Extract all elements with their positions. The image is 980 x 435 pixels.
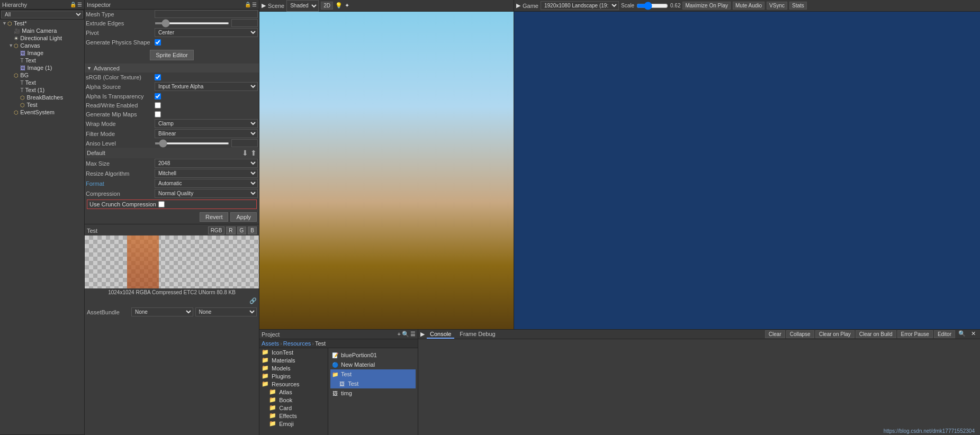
advanced-section-header[interactable]: ▼ Advanced: [85, 64, 259, 72]
sprite-editor-button[interactable]: Sprite Editor: [150, 50, 194, 60]
compression-select[interactable]: Normal Quality: [155, 189, 258, 198]
scene-content[interactable]: [259, 12, 514, 329]
wrap-mode-select[interactable]: Clamp: [155, 119, 258, 128]
asset-bundle-select2[interactable]: None: [195, 307, 257, 316]
tab-console[interactable]: Console: [427, 330, 454, 339]
breadcrumb-resources[interactable]: Resources: [283, 340, 311, 347]
max-size-select[interactable]: 2048: [155, 159, 258, 168]
srgb-checkbox[interactable]: [155, 74, 161, 80]
project-tree-item-card[interactable]: 📁Card: [259, 404, 328, 412]
hierarchy-item-image1[interactable]: 🖼Image (1): [0, 64, 84, 71]
channel-b-btn[interactable]: B: [248, 226, 257, 234]
hierarchy-item-directional-light[interactable]: ☀Directional Light: [0, 34, 84, 42]
project-menu-icon[interactable]: ☰: [410, 331, 416, 338]
hierarchy-item-test-obj[interactable]: ⬡Test: [0, 101, 84, 108]
error-pause-btn[interactable]: Error Pause: [897, 330, 933, 338]
clear-btn[interactable]: Clear: [765, 330, 785, 338]
console-search-icon[interactable]: 🔍: [956, 330, 968, 338]
hierarchy-item-canvas[interactable]: ▼⬡Canvas: [0, 42, 84, 49]
channel-g-btn[interactable]: G: [237, 226, 247, 234]
scene-vfx-icon[interactable]: ✦: [345, 2, 349, 9]
generate-physics-checkbox[interactable]: [155, 39, 161, 46]
project-tree-item-models[interactable]: 📁Models: [259, 364, 328, 372]
breadcrumb-assets[interactable]: Assets: [262, 340, 279, 347]
editor-btn[interactable]: Editor: [934, 330, 955, 338]
mesh-type-value[interactable]: light: [155, 10, 258, 18]
preview-canvas[interactable]: [85, 235, 259, 288]
aniso-level-slider[interactable]: [155, 142, 229, 144]
download-icon[interactable]: ⬇: [242, 149, 248, 157]
inspector-lock-icon[interactable]: 🔒: [245, 2, 251, 7]
aniso-level-label: Aniso Level: [86, 140, 155, 147]
project-tree-item-plugins[interactable]: 📁Plugins: [259, 372, 328, 380]
maximize-on-play-btn[interactable]: Maximize On Play: [682, 2, 731, 10]
stats-btn[interactable]: Stats: [789, 2, 807, 10]
alpha-transparency-checkbox[interactable]: [155, 93, 161, 99]
hierarchy-item-image[interactable]: 🖼Image: [0, 49, 84, 57]
hierarchy-menu-icon[interactable]: ☰: [77, 2, 82, 7]
project-add-icon[interactable]: +: [398, 331, 401, 338]
project-tree-item-resources[interactable]: 📁Resources: [259, 380, 328, 388]
channel-r-btn[interactable]: R: [226, 226, 235, 234]
project-tree-item-book[interactable]: 📁Book: [259, 396, 328, 404]
scene-panel-title: Scene: [268, 3, 284, 9]
asset-item-new-material[interactable]: 🔵New Material: [330, 360, 416, 369]
asset-item-test[interactable]: 📁Test: [330, 369, 416, 379]
hierarchy-item-bg[interactable]: ⬡BG: [0, 71, 84, 79]
hierarchy-filter-select[interactable]: All: [1, 11, 83, 19]
upload-icon[interactable]: ⬆: [250, 149, 257, 157]
preview-link-icon[interactable]: 🔗: [249, 297, 257, 304]
console-content[interactable]: [418, 339, 980, 435]
crunch-checkbox[interactable]: [158, 201, 165, 207]
aniso-level-value[interactable]: 1: [231, 139, 258, 147]
filter-mode-select[interactable]: Bilinear: [155, 129, 258, 138]
channel-rgb-btn[interactable]: RGB: [208, 226, 225, 234]
pivot-select[interactable]: Center: [155, 28, 258, 37]
crunch-compression-box: Use Crunch Compression: [87, 200, 257, 209]
inspector-menu-icon[interactable]: ☰: [252, 2, 257, 7]
preview-info: 1024x1024 RGBA Compressed ETC2 UNorm 80.…: [85, 288, 259, 296]
hierarchy-lock-icon[interactable]: 🔒: [70, 2, 76, 7]
project-tree-item-icontest[interactable]: 📁IconTest: [259, 348, 328, 356]
clear-on-build-btn[interactable]: Clear on Build: [856, 330, 896, 338]
extrude-edges-value[interactable]: 1: [231, 19, 258, 27]
collapse-btn[interactable]: Collapse: [786, 330, 814, 338]
extrude-edges-slider[interactable]: [155, 22, 229, 24]
project-tree-item-effects[interactable]: 📁Effects: [259, 412, 328, 420]
format-select[interactable]: Automatic: [155, 179, 258, 188]
read-write-checkbox[interactable]: [155, 102, 161, 108]
scene-2d-button[interactable]: 2D: [321, 2, 333, 10]
asset-item-test[interactable]: 🖼Test: [330, 379, 416, 388]
project-tree-item-materials[interactable]: 📁Materials: [259, 356, 328, 364]
resize-algorithm-select[interactable]: Mitchell: [155, 169, 258, 178]
vsync-btn[interactable]: VSync: [767, 2, 787, 10]
tab-frame-debug[interactable]: Frame Debug: [456, 330, 498, 339]
game-resolution-select[interactable]: 1920x1080 Landscape (19:: [541, 1, 619, 10]
revert-button[interactable]: Revert: [200, 212, 228, 222]
scene-light-icon[interactable]: 💡: [335, 2, 343, 9]
hierarchy-item-main-camera[interactable]: 🎥Main Camera: [0, 27, 84, 34]
breadcrumb-test[interactable]: Test: [315, 340, 326, 347]
hierarchy-item-text1-sub[interactable]: TText (1): [0, 86, 84, 94]
alpha-source-select[interactable]: Input Texture Alpha: [155, 82, 258, 91]
mute-audio-btn[interactable]: Mute Audio: [733, 2, 765, 10]
asset-bundle-row: AssetBundle None None: [85, 306, 259, 318]
hierarchy-item-text2[interactable]: TText: [0, 79, 84, 86]
asset-item-blueportion01[interactable]: 📝bluePortion01: [330, 350, 416, 360]
project-search-icon[interactable]: 🔍: [402, 331, 409, 338]
game-scale-slider[interactable]: [636, 2, 668, 10]
scene-display-select[interactable]: Shaded: [286, 0, 319, 12]
hierarchy-root[interactable]: ▼⬡Test*: [0, 20, 84, 27]
hierarchy-item-breakbatches[interactable]: ⬡BreakBatches: [0, 94, 84, 101]
generate-mip-checkbox[interactable]: [155, 111, 161, 117]
inspector-title: Inspector: [87, 2, 111, 8]
hierarchy-item-eventsystem[interactable]: ⬡EventSystem: [0, 108, 84, 116]
project-tree-item-atlas[interactable]: 📁Atlas: [259, 388, 328, 396]
asset-bundle-select1[interactable]: None: [131, 307, 193, 316]
project-tree-item-emoji[interactable]: 📁Emoji: [259, 420, 328, 428]
clear-on-play-btn[interactable]: Clear on Play: [815, 330, 855, 338]
hierarchy-item-text[interactable]: TText: [0, 57, 84, 64]
asset-item-timg[interactable]: 🖼timg: [330, 388, 416, 398]
apply-button[interactable]: Apply: [230, 212, 257, 222]
console-close-icon[interactable]: ✕: [969, 330, 978, 338]
